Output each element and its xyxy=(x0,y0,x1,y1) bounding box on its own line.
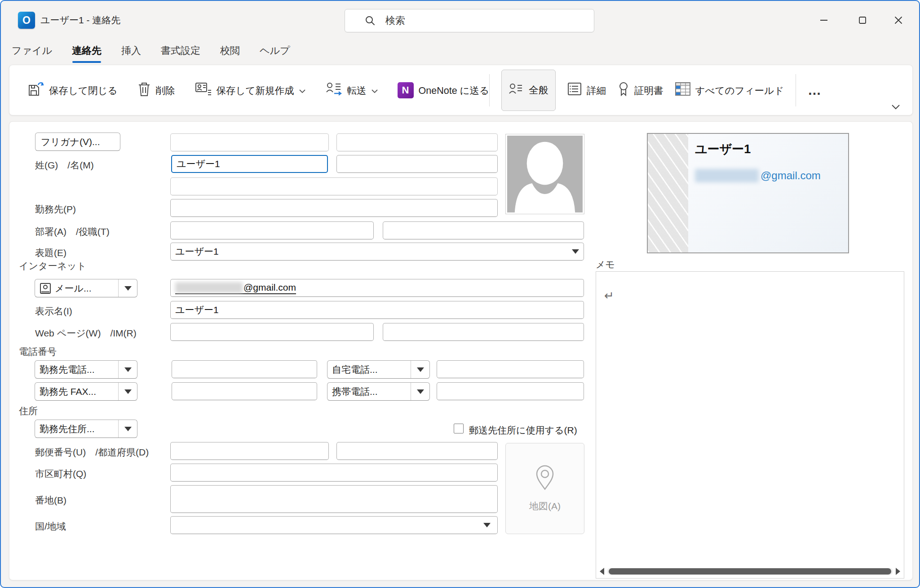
all-fields-button[interactable]: すべてのフィールド xyxy=(675,82,784,98)
save-and-close-button[interactable]: 保存して閉じる xyxy=(27,81,118,99)
chevron-down-icon[interactable] xyxy=(299,85,305,96)
certificates-label: 証明書 xyxy=(634,84,663,97)
furigana-button-label: フリガナ(V)... xyxy=(41,136,100,148)
tab-help[interactable]: ヘルプ xyxy=(260,44,290,63)
business-card-preview: ユーザー1 @gmail.com xyxy=(647,133,849,253)
person-list-icon xyxy=(509,82,524,98)
city-field[interactable] xyxy=(170,464,498,482)
file-as-dropdown-arrow-icon[interactable] xyxy=(572,249,579,254)
collapse-ribbon-chevron-icon[interactable] xyxy=(892,103,900,111)
map-button[interactable]: 地図(A) xyxy=(505,443,584,534)
file-as-label: 表題(E) xyxy=(35,247,66,259)
address-type-button[interactable]: 勤務先住所... xyxy=(35,420,137,438)
forward-icon xyxy=(325,81,342,99)
notes-textarea[interactable]: ↵ xyxy=(596,271,904,579)
webpage-field[interactable] xyxy=(170,323,374,341)
send-to-onenote-button[interactable]: N OneNote に送る xyxy=(398,82,490,98)
address-type-dropdown[interactable] xyxy=(118,420,137,438)
phone-mobile-field[interactable] xyxy=(437,382,584,400)
street-field[interactable] xyxy=(170,485,498,513)
tab-contact[interactable]: 連絡先 xyxy=(72,44,102,63)
phone-business-type-button[interactable]: 勤務先電話... xyxy=(35,360,137,379)
file-as-combobox[interactable] xyxy=(170,243,584,261)
im-field[interactable] xyxy=(383,323,584,341)
postal-code-field[interactable] xyxy=(170,442,329,460)
card-email: @gmail.com xyxy=(695,169,821,182)
general-label: 全般 xyxy=(529,84,548,97)
save-and-new-button[interactable]: 保存して新規作成 xyxy=(195,81,305,99)
internet-section-label: インターネット xyxy=(19,260,86,272)
postal-prefecture-label: 郵便番号(U) /都道府県(D) xyxy=(35,446,149,459)
certificates-button[interactable]: 証明書 xyxy=(618,81,663,99)
tab-insert[interactable]: 挿入 xyxy=(121,44,141,63)
email-type-dropdown[interactable] xyxy=(118,279,137,297)
minimize-icon xyxy=(818,15,829,27)
furigana-button[interactable]: フリガナ(V)... xyxy=(35,133,120,151)
webpage-im-label: Web ページ(W) /IM(R) xyxy=(35,327,137,340)
tab-file[interactable]: ファイル xyxy=(12,44,52,63)
card-email-domain: @gmail.com xyxy=(761,169,821,182)
redacted-email-local-part xyxy=(175,282,243,293)
department-field[interactable] xyxy=(170,221,374,239)
furigana-firstname-field[interactable] xyxy=(336,133,498,151)
close-button[interactable] xyxy=(884,7,913,35)
dropdown-arrow-icon xyxy=(124,389,132,394)
email-type-button[interactable]: メール... xyxy=(35,279,137,297)
outlook-contact-window: O ユーザー1 - 連絡先 ファイル 連絡先 挿入 書式設定 校閲 ヘルプ xyxy=(0,0,920,588)
display-name-field[interactable] xyxy=(170,301,584,319)
tab-format[interactable]: 書式設定 xyxy=(161,44,200,63)
first-name-field[interactable] xyxy=(336,155,498,173)
phone-fax-dropdown[interactable] xyxy=(118,383,137,400)
street-label: 番地(B) xyxy=(35,494,66,507)
scroll-left-arrow-icon[interactable] xyxy=(598,567,606,575)
notes-horizontal-scrollbar[interactable] xyxy=(598,566,902,576)
furigana-lastname-field[interactable] xyxy=(170,133,329,151)
chevron-down-icon[interactable] xyxy=(372,85,378,96)
company-field[interactable] xyxy=(170,199,498,217)
delete-button[interactable]: 削除 xyxy=(137,81,175,99)
phone-business-field[interactable] xyxy=(172,360,317,378)
last-name-field[interactable] xyxy=(171,155,328,173)
details-list-icon xyxy=(567,82,582,98)
country-dropdown-arrow-icon[interactable] xyxy=(483,523,491,527)
more-commands-button[interactable]: … xyxy=(808,84,822,97)
person-silhouette-icon xyxy=(507,136,583,212)
phone-home-field[interactable] xyxy=(437,360,584,378)
maximize-button[interactable] xyxy=(848,7,877,35)
job-title-field[interactable] xyxy=(383,221,584,239)
forward-button[interactable]: 転送 xyxy=(325,81,378,99)
phone-mobile-type-button[interactable]: 携帯電話... xyxy=(327,382,430,401)
phone-business-dropdown[interactable] xyxy=(118,361,137,378)
details-button[interactable]: 詳細 xyxy=(567,82,606,98)
general-view-button[interactable]: 全般 xyxy=(501,70,556,111)
save-close-icon xyxy=(27,81,44,99)
maximize-icon xyxy=(857,15,868,27)
phone-home-type-button[interactable]: 自宅電話... xyxy=(327,360,430,379)
phone-business-label: 勤務先電話... xyxy=(40,363,95,376)
display-name-label: 表示名(I) xyxy=(35,305,72,318)
contact-photo-button[interactable] xyxy=(505,134,584,214)
phone-home-dropdown[interactable] xyxy=(411,361,429,378)
search-box[interactable] xyxy=(345,9,594,32)
window-title: ユーザー1 - 連絡先 xyxy=(40,1,120,40)
all-fields-label: すべてのフィールド xyxy=(695,84,784,97)
scrollbar-thumb[interactable] xyxy=(609,568,891,575)
middle-name-field[interactable] xyxy=(170,177,498,195)
email-type-label: メール... xyxy=(55,282,92,295)
phone-mobile-label: 携帯電話... xyxy=(332,385,378,398)
country-combobox[interactable] xyxy=(170,516,498,534)
contact-card-icon xyxy=(40,283,51,294)
phone-fax-type-button[interactable]: 勤務先 FAX... xyxy=(35,382,137,401)
minimize-button[interactable] xyxy=(809,7,838,35)
mailing-address-checkbox[interactable] xyxy=(454,424,464,433)
tab-review[interactable]: 校閲 xyxy=(220,44,240,63)
phone-fax-field[interactable] xyxy=(172,382,317,400)
search-input[interactable] xyxy=(385,14,594,27)
scrollbar-track[interactable] xyxy=(607,568,893,575)
scroll-right-arrow-icon[interactable] xyxy=(894,567,902,575)
phone-mobile-dropdown[interactable] xyxy=(411,383,429,400)
prefecture-field[interactable] xyxy=(336,442,498,460)
email-field[interactable]: @gmail.com xyxy=(170,279,584,297)
notes-label: メモ xyxy=(596,258,615,271)
certificate-ribbon-icon xyxy=(618,81,629,99)
